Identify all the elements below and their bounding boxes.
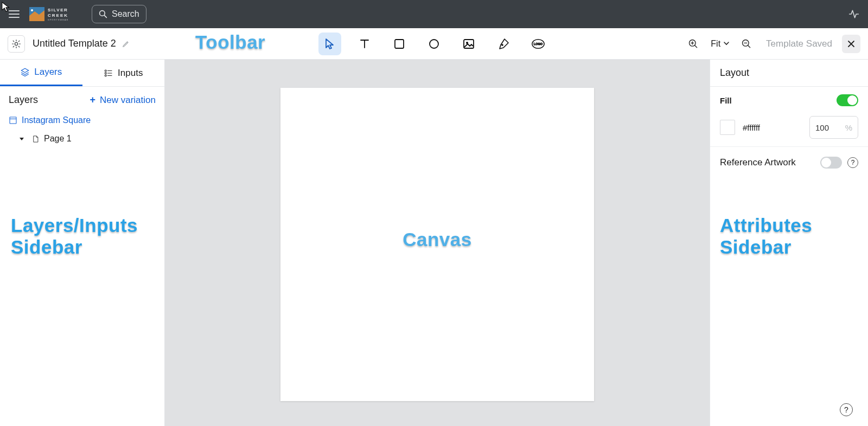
reference-artwork-label: Reference Artwork <box>720 157 796 168</box>
search-label: Search <box>112 9 139 19</box>
hamburger-icon <box>9 10 20 18</box>
fill-section: Fill #ffffff % <box>710 87 868 147</box>
reference-artwork-toggle[interactable] <box>820 157 842 169</box>
layout-heading: Layout <box>710 60 868 87</box>
layers-header-row: Layers + New variation <box>0 87 164 111</box>
activity-button[interactable] <box>846 7 861 22</box>
svg-point-6 <box>15 42 17 45</box>
cursor-icon <box>323 37 336 50</box>
canvas-page[interactable] <box>280 88 594 401</box>
app-header: SILVER CREEK SPORTSWEAR Search <box>0 0 868 28</box>
tool-image[interactable] <box>457 33 480 55</box>
new-variation-label: New variation <box>100 95 156 106</box>
layers-icon <box>20 67 30 77</box>
svg-text:LOGO: LOGO <box>534 42 543 46</box>
new-variation-button[interactable]: + New variation <box>90 94 156 106</box>
fill-swatch[interactable] <box>720 120 735 135</box>
close-icon <box>847 40 856 48</box>
reference-help-button[interactable]: ? <box>847 157 858 168</box>
annotation-right-sidebar: AttributesSidebar <box>720 215 812 259</box>
chevron-down-icon <box>724 42 729 46</box>
page-icon <box>31 135 40 143</box>
plus-icon: + <box>90 94 95 106</box>
caret-down-icon <box>20 138 24 140</box>
search-button[interactable]: Search <box>92 5 146 23</box>
template-settings-button[interactable] <box>8 35 25 53</box>
reference-artwork-row: Reference Artwork ? <box>710 147 868 178</box>
pencil-icon <box>122 40 130 48</box>
ellipse-icon <box>427 37 441 50</box>
gear-icon <box>11 39 21 49</box>
zoom-out-button[interactable] <box>739 36 754 51</box>
fill-hex[interactable]: #ffffff <box>743 123 802 132</box>
tool-ellipse[interactable] <box>423 33 445 55</box>
svg-point-8 <box>430 40 438 48</box>
image-icon <box>462 37 475 50</box>
svg-rect-19 <box>10 117 16 124</box>
zoom-level-label: Fit <box>711 39 720 49</box>
sidebar-tabs: Layers Inputs <box>0 60 164 87</box>
tab-layers[interactable]: Layers <box>0 60 82 86</box>
tab-inputs[interactable]: Inputs <box>82 60 165 86</box>
tool-group: LOGO <box>318 33 550 55</box>
zoom-out-icon <box>741 38 752 49</box>
svg-text:SPORTSWEAR: SPORTSWEAR <box>48 18 68 21</box>
tool-select[interactable] <box>318 33 341 55</box>
annotation-toolbar: Toolbar <box>195 31 265 53</box>
tool-logo[interactable]: LOGO <box>527 33 550 55</box>
help-button[interactable]: ? <box>840 403 853 416</box>
tab-layers-label: Layers <box>34 67 62 78</box>
fill-opacity-unit: % <box>845 123 852 132</box>
right-sidebar: Layout Fill #ffffff % Reference Artwork … <box>710 60 868 426</box>
left-sidebar: Layers Inputs Layers + New variation Ins… <box>0 60 165 426</box>
svg-point-17 <box>105 72 106 74</box>
variation-item[interactable]: Instagram Square <box>0 111 164 130</box>
template-title: Untitled Template 2 <box>33 38 116 49</box>
page-item[interactable]: Page 1 <box>0 130 164 148</box>
activity-icon <box>848 9 859 20</box>
inputs-icon <box>104 68 113 78</box>
tool-text[interactable] <box>353 33 376 55</box>
svg-point-18 <box>105 75 106 76</box>
fill-opacity-input[interactable] <box>815 123 837 132</box>
pen-icon <box>497 37 510 50</box>
layers-heading: Layers <box>9 94 38 106</box>
fill-opacity-field[interactable]: % <box>809 116 858 139</box>
canvas-area[interactable]: Canvas <box>165 60 710 426</box>
zoom-in-button[interactable] <box>686 36 701 51</box>
annotation-left-sidebar: Layers/InputsSidebar <box>11 215 138 259</box>
tool-rectangle[interactable] <box>388 33 411 55</box>
tab-inputs-label: Inputs <box>118 68 143 79</box>
save-status: Template Saved <box>766 38 832 49</box>
svg-rect-9 <box>464 40 474 48</box>
fill-label: Fill <box>720 96 732 105</box>
zoom-level-selector[interactable]: Fit <box>707 37 732 51</box>
svg-text:CREEK: CREEK <box>48 13 68 18</box>
toolbar-right: Fit Template Saved <box>686 35 860 53</box>
logo-icon: LOGO <box>531 37 545 50</box>
svg-rect-7 <box>395 40 404 48</box>
page-name: Page 1 <box>44 134 72 144</box>
brand-logo-icon: SILVER CREEK SPORTSWEAR <box>29 6 84 22</box>
text-icon <box>358 37 371 50</box>
rename-button[interactable] <box>122 40 130 48</box>
svg-point-1 <box>31 9 33 11</box>
tool-pen[interactable] <box>492 33 515 55</box>
variation-name: Instagram Square <box>22 115 91 125</box>
search-icon <box>99 10 107 18</box>
frame-icon <box>9 116 17 125</box>
svg-text:SILVER: SILVER <box>48 8 68 12</box>
toolbar: Untitled Template 2 Toolbar LOGO <box>0 28 868 60</box>
close-button[interactable] <box>842 35 860 53</box>
svg-point-5 <box>100 11 105 16</box>
svg-point-11 <box>502 44 503 46</box>
zoom-in-icon <box>688 38 699 49</box>
brand-logo[interactable]: SILVER CREEK SPORTSWEAR <box>29 6 84 22</box>
menu-button[interactable] <box>7 7 22 22</box>
svg-point-16 <box>105 70 106 72</box>
rectangle-icon <box>393 37 406 50</box>
fill-toggle[interactable] <box>837 94 858 106</box>
template-title-wrap: Untitled Template 2 <box>33 38 130 49</box>
main: Layers Inputs Layers + New variation Ins… <box>0 60 868 426</box>
